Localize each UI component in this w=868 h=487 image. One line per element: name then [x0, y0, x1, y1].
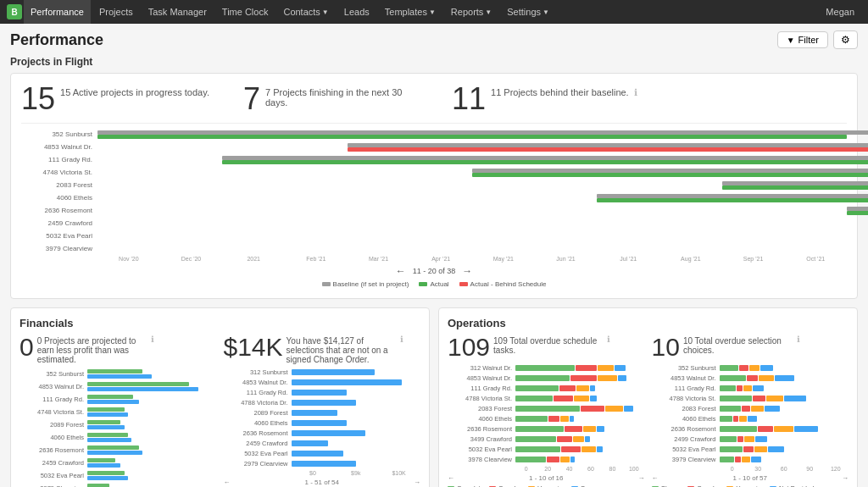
- nav-item-task-manager[interactable]: Task Manager: [142, 0, 214, 24]
- info-icon[interactable]: ℹ: [797, 335, 800, 344]
- mini-track: [292, 430, 421, 436]
- nav-item-contacts[interactable]: Contacts▼: [276, 0, 335, 24]
- mini-track: [720, 375, 849, 381]
- ops-page1: 1 - 10 of 16: [529, 474, 563, 482]
- dual-bar: [87, 471, 125, 475]
- legend-color: [419, 282, 427, 286]
- stacked-bar: [570, 457, 575, 462]
- nav-item-templates[interactable]: Templates▼: [378, 0, 442, 24]
- nav-item-performance[interactable]: Performance: [24, 0, 91, 24]
- stacked-bar: [515, 396, 553, 401]
- axis-label: 40: [559, 466, 580, 472]
- stat-active-desc: 15 Active projects in progress today.: [60, 84, 209, 97]
- mini-label: 2089 Forest: [19, 421, 87, 429]
- dual-bar: [87, 412, 128, 417]
- mini-row: 4788 Victoria Dr.: [224, 398, 421, 407]
- mini-track: [515, 446, 645, 452]
- mini-label: 111 Grady Rd.: [224, 389, 292, 396]
- nav-item-projects[interactable]: Projects: [92, 0, 140, 24]
- mini-row: 4853 Walnut Dr.: [19, 380, 217, 392]
- stacked-bar: [515, 457, 546, 462]
- mini-track: [87, 420, 217, 429]
- stacked-bar: [737, 385, 743, 391]
- mini-label: 5032 Eva Pearl: [19, 472, 87, 479]
- mini-label: 2083 Forest: [448, 405, 515, 412]
- stacked-bar: [749, 365, 760, 371]
- header-actions: ▼ Filter ⚙: [777, 30, 858, 49]
- filter-button[interactable]: ▼ Filter: [777, 31, 828, 48]
- prev-icon[interactable]: ←: [448, 474, 454, 482]
- stacked-bar: [547, 457, 559, 462]
- mini-track: [515, 457, 645, 462]
- single-bar: [292, 400, 356, 406]
- next-icon[interactable]: →: [637, 474, 644, 482]
- stacked-bar: [774, 426, 793, 432]
- financials-metrics: 0 0 Projects are projected to earn less …: [19, 335, 420, 487]
- next-icon[interactable]: →: [842, 474, 849, 482]
- mini-row: 3978 Clearview: [448, 455, 645, 464]
- nav-item-reports[interactable]: Reports▼: [444, 0, 498, 24]
- single-bar: [292, 369, 375, 375]
- mini-track: [87, 433, 217, 442]
- nav-item-settings[interactable]: Settings▼: [500, 0, 556, 24]
- dual-bar: [87, 445, 139, 450]
- gantt-track: [97, 130, 847, 139]
- prev-icon[interactable]: ←: [224, 479, 231, 486]
- mini-label: 2636 Rosemont: [652, 425, 720, 433]
- legend-color: [322, 282, 331, 286]
- baseline-bar: [97, 130, 868, 135]
- page-title: Performance: [10, 31, 103, 49]
- info-icon[interactable]: ℹ: [151, 335, 154, 344]
- gantt-row-label: 2459 Crawford: [21, 219, 97, 227]
- operations-num1: 109: [448, 335, 490, 360]
- stacked-bar: [742, 457, 750, 462]
- mini-label: 111 Grady Rd.: [448, 385, 515, 392]
- stacked-bar: [720, 365, 739, 371]
- ops-nav2: ← 1 - 10 of 57 →: [652, 474, 849, 482]
- mini-label: 3499 Crawford: [448, 435, 515, 443]
- gantt-prev-icon[interactable]: ←: [396, 265, 406, 277]
- stacked-bar: [560, 416, 569, 422]
- gear-button[interactable]: ⚙: [833, 30, 858, 49]
- stacked-bar: [515, 416, 548, 422]
- gantt-axis: Nov '20Dec '202021Feb '21Mar '21Apr '21M…: [21, 256, 847, 262]
- user-menu[interactable]: Megan: [819, 7, 861, 17]
- financials-num2: $14K: [224, 335, 283, 360]
- baseline-bar: [472, 169, 868, 173]
- mini-track: [515, 375, 645, 381]
- info-icon[interactable]: ℹ: [634, 87, 637, 98]
- gantt-row-label: 2083 Forest: [21, 181, 97, 189]
- axis-label: 0: [515, 466, 537, 472]
- gantt-track: [97, 232, 847, 241]
- next-icon[interactable]: →: [414, 479, 420, 486]
- mini-row: 312 Sunburst: [224, 368, 421, 377]
- info-icon[interactable]: ℹ: [607, 335, 610, 344]
- legend-label: Actual - Behind Schedule: [470, 280, 547, 288]
- info-icon[interactable]: ℹ: [400, 335, 403, 344]
- mini-row: 4748 Victoria St.: [19, 406, 217, 418]
- prev-icon[interactable]: ←: [652, 474, 659, 482]
- operations-title: Operations: [448, 317, 849, 329]
- mini-row: 2636 Rosemont: [448, 424, 645, 434]
- dual-bar: [87, 476, 128, 480]
- nav-item-leads[interactable]: Leads: [337, 0, 376, 24]
- stacked-bar: [720, 457, 735, 462]
- gantt-axis-label: 2021: [222, 256, 285, 262]
- gantt-row: 111 Grady Rd.: [21, 154, 847, 165]
- gantt-axis-label: Sep '21: [722, 256, 785, 262]
- gantt-row: 2459 Crawford: [21, 218, 847, 229]
- operations-metrics: 109 109 Total overdue schedule tasks. ℹ …: [448, 335, 849, 487]
- operations-desc2: 10 Total overdue selection choices.: [683, 335, 793, 355]
- mini-track: [515, 406, 645, 412]
- mini-track: [87, 445, 217, 455]
- nav-item-time-clock[interactable]: Time Clock: [215, 0, 275, 24]
- mini-label: 111 Grady Rd.: [19, 396, 87, 403]
- mini-label: 4060 Ethels: [224, 419, 292, 427]
- gantt-next-icon[interactable]: →: [462, 265, 472, 277]
- gantt-axis-label: Jul '21: [597, 256, 659, 262]
- stacked-bar: [737, 436, 744, 442]
- gantt-axis-label: Aug '21: [659, 256, 722, 262]
- mini-label: 3979 Clearview: [652, 456, 720, 463]
- operations-axis1: 020406080100: [448, 466, 645, 472]
- mini-label: 4788 Victoria Dr.: [224, 399, 292, 407]
